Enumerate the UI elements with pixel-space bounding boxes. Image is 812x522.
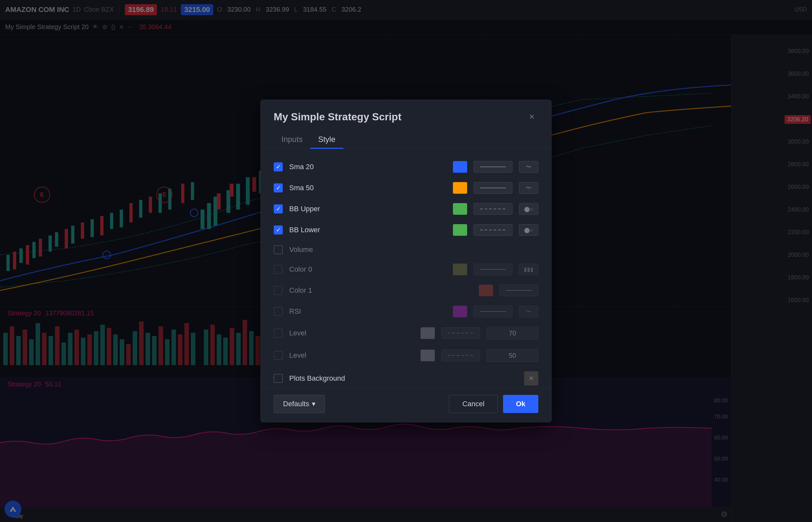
rsi-color[interactable]: [453, 306, 467, 317]
sma50-line-style[interactable]: [474, 182, 512, 194]
bb-upper-color[interactable]: [453, 203, 467, 215]
plots-bg-row: Plots Background ✕: [274, 367, 538, 388]
bb-lower-row: BB Lower ⬤○: [274, 220, 538, 241]
modal-title: My Simple Strategy Script: [274, 111, 401, 123]
footer-actions: Cancel Ok: [449, 395, 538, 413]
bb-lower-color[interactable]: [453, 224, 467, 236]
modal-body: Sma 20 〜 Sma 50 〜 BB Upper ⬤○ BB Lower: [261, 149, 551, 388]
sma20-color[interactable]: [453, 161, 467, 173]
sma20-checkbox[interactable]: [274, 162, 283, 172]
rsi-line-style: [474, 306, 512, 317]
bb-lower-circles[interactable]: ⬤○: [519, 224, 538, 236]
color1-color[interactable]: [479, 285, 493, 296]
volume-row: Volume: [274, 241, 538, 259]
level2-line-style: [441, 349, 480, 361]
bb-lower-label: BB Lower: [289, 226, 447, 234]
sma20-wave[interactable]: 〜: [519, 161, 538, 173]
bb-upper-circles[interactable]: ⬤○: [519, 203, 538, 215]
level1-checkbox[interactable]: [274, 328, 283, 338]
color0-color[interactable]: [453, 264, 467, 275]
sma50-color[interactable]: [453, 182, 467, 194]
bb-upper-checkbox[interactable]: [274, 204, 283, 214]
bb-lower-checkbox[interactable]: [274, 225, 283, 235]
level2-value: [487, 349, 538, 362]
rsi-label: RSI: [289, 307, 447, 316]
color0-bars: ▮▮▮: [519, 264, 538, 275]
volume-checkbox[interactable]: [274, 245, 283, 254]
bb-lower-line-style[interactable]: [474, 224, 512, 236]
sma20-label: Sma 20: [289, 163, 447, 171]
color1-label: Color 1: [289, 286, 472, 295]
plots-bg-checkbox[interactable]: [274, 374, 283, 383]
color0-line-style: [474, 264, 512, 275]
chevron-down-icon: ▾: [312, 400, 315, 408]
bb-upper-line-style[interactable]: [474, 203, 512, 215]
level1-value: [487, 327, 538, 340]
modal-dialog: My Simple Strategy Script × Inputs Style…: [260, 100, 552, 422]
rsi-checkbox[interactable]: [274, 307, 283, 316]
level1-line-style: [441, 327, 480, 339]
volume-label: Volume: [289, 245, 538, 254]
modal-footer: Defaults ▾ Cancel Ok: [261, 388, 551, 422]
modal-header: My Simple Strategy Script ×: [261, 100, 551, 123]
color0-label: Color 0: [289, 265, 447, 274]
color1-checkbox[interactable]: [274, 286, 283, 295]
color1-row: Color 1: [274, 280, 538, 301]
tab-style[interactable]: Style: [310, 131, 343, 149]
level1-color: [420, 327, 435, 339]
level2-checkbox[interactable]: [274, 351, 283, 360]
bb-upper-label: BB Upper: [289, 205, 447, 213]
sma50-checkbox[interactable]: [274, 183, 283, 193]
sma20-row: Sma 20 〜: [274, 157, 538, 178]
cancel-button[interactable]: Cancel: [449, 395, 498, 413]
defaults-button[interactable]: Defaults ▾: [274, 395, 325, 413]
sma50-row: Sma 50 〜: [274, 178, 538, 199]
color0-row: Color 0 ▮▮▮: [274, 259, 538, 280]
sma50-label: Sma 50: [289, 184, 447, 192]
plots-bg-label: Plots Background: [289, 374, 518, 383]
level1-row: Level: [274, 322, 538, 344]
ok-button[interactable]: Ok: [503, 395, 538, 413]
level1-label: Level: [289, 329, 414, 337]
color1-line-style: [499, 285, 538, 296]
rsi-wave: 〜: [519, 306, 538, 317]
tab-inputs[interactable]: Inputs: [274, 131, 310, 149]
sma20-line-style[interactable]: [474, 161, 512, 173]
level2-color: [420, 349, 435, 361]
bb-upper-row: BB Upper ⬤○: [274, 199, 538, 220]
level2-row: Level: [274, 344, 538, 367]
modal-tabs: Inputs Style: [261, 123, 551, 149]
plots-bg-color[interactable]: ✕: [524, 371, 538, 385]
sma50-wave[interactable]: 〜: [519, 182, 538, 194]
level2-label: Level: [289, 351, 414, 360]
rsi-row: RSI 〜: [274, 301, 538, 322]
modal-close-button[interactable]: ×: [526, 110, 538, 123]
color0-checkbox[interactable]: [274, 265, 283, 274]
